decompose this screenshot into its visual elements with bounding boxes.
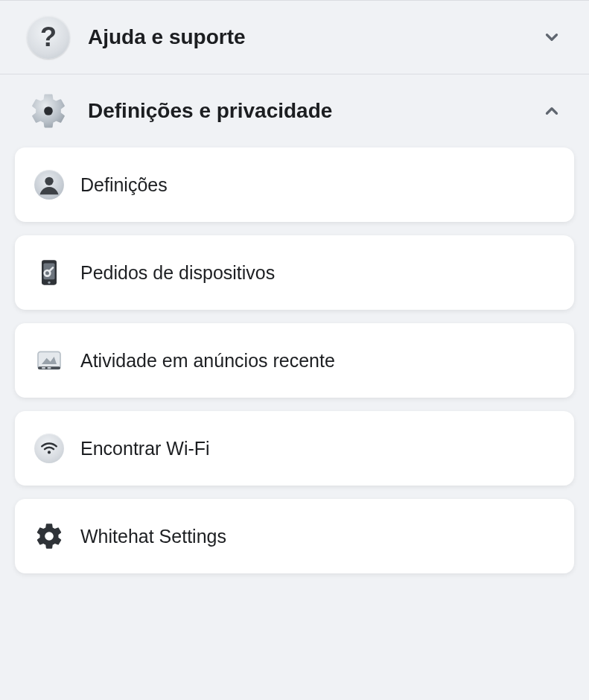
- section-help-label: Ajuda e suporte: [88, 25, 541, 49]
- menu-item-settings-label: Definições: [80, 174, 168, 196]
- gear-solid-icon: [33, 520, 66, 553]
- svg-point-1: [45, 177, 53, 185]
- menu-item-find-wifi-label: Encontrar Wi-Fi: [80, 438, 210, 459]
- section-settings-label: Definições e privacidade: [88, 99, 541, 123]
- svg-point-12: [48, 451, 51, 454]
- menu-item-find-wifi[interactable]: Encontrar Wi-Fi: [15, 411, 574, 486]
- svg-rect-10: [42, 367, 45, 369]
- menu-item-settings[interactable]: Definições: [15, 147, 574, 222]
- chevron-up-icon: [541, 101, 562, 121]
- menu-item-ad-activity-label: Atividade em anúncios recente: [80, 350, 335, 372]
- menu-item-ad-activity[interactable]: Atividade em anúncios recente: [15, 323, 574, 398]
- menu-item-device-requests[interactable]: Pedidos de dispositivos: [15, 235, 574, 310]
- menu-item-whitehat[interactable]: Whitehat Settings: [15, 499, 574, 573]
- section-settings-privacy[interactable]: Definições e privacidade: [0, 74, 589, 147]
- svg-rect-11: [48, 367, 51, 369]
- wifi-icon: [33, 432, 66, 465]
- chevron-down-icon: [541, 27, 562, 48]
- image-icon: [33, 344, 66, 377]
- menu-item-device-requests-label: Pedidos de dispositivos: [80, 262, 275, 284]
- svg-point-0: [44, 106, 53, 115]
- section-help-support[interactable]: ? Ajuda e suporte: [0, 1, 589, 74]
- gear-icon: [27, 89, 70, 133]
- svg-point-4: [48, 281, 50, 284]
- help-icon: ?: [27, 16, 70, 59]
- menu-item-whitehat-label: Whitehat Settings: [80, 526, 226, 547]
- settings-submenu: Definições Pedidos de dispositivos Ativi: [0, 147, 589, 602]
- device-icon: [33, 256, 66, 289]
- person-icon: [33, 168, 66, 201]
